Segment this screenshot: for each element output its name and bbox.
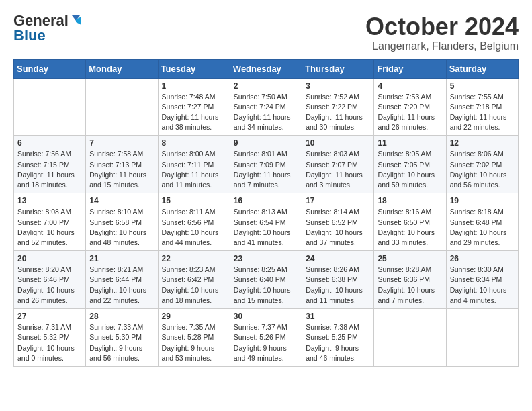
calendar-cell: 13Sunrise: 8:08 AM Sunset: 7:00 PM Dayli… (14, 193, 86, 251)
cell-content: Sunrise: 8:30 AM Sunset: 6:34 PM Dayligh… (450, 265, 515, 306)
location-text: Langemark, Flanders, Belgium (365, 40, 519, 52)
calendar-cell: 28Sunrise: 7:33 AM Sunset: 5:30 PM Dayli… (86, 309, 158, 367)
day-number: 31 (306, 312, 370, 321)
day-number: 29 (162, 312, 226, 321)
day-number: 19 (450, 196, 515, 205)
day-number: 10 (306, 138, 370, 148)
cell-content: Sunrise: 8:20 AM Sunset: 6:46 PM Dayligh… (17, 265, 82, 306)
calendar-cell: 9Sunrise: 8:01 AM Sunset: 7:09 PM Daylig… (230, 136, 302, 193)
cell-content: Sunrise: 8:23 AM Sunset: 6:42 PM Dayligh… (162, 265, 226, 306)
calendar-cell: 20Sunrise: 8:20 AM Sunset: 6:46 PM Dayli… (14, 251, 86, 309)
day-number: 1 (162, 81, 226, 91)
page-header: General Blue October 2024 Langemark, Fla… (13, 13, 519, 52)
calendar-cell: 24Sunrise: 8:26 AM Sunset: 6:38 PM Dayli… (302, 251, 374, 309)
calendar-cell: 31Sunrise: 7:38 AM Sunset: 5:25 PM Dayli… (302, 309, 374, 367)
day-number: 4 (378, 81, 442, 91)
cell-content: Sunrise: 7:48 AM Sunset: 7:27 PM Dayligh… (162, 92, 226, 133)
cell-content: Sunrise: 7:50 AM Sunset: 7:24 PM Dayligh… (234, 92, 298, 133)
cell-content: Sunrise: 7:38 AM Sunset: 5:25 PM Dayligh… (306, 322, 370, 363)
calendar-cell: 1Sunrise: 7:48 AM Sunset: 7:27 PM Daylig… (158, 78, 230, 136)
calendar-cell (86, 78, 158, 136)
cell-content: Sunrise: 7:37 AM Sunset: 5:26 PM Dayligh… (234, 322, 298, 363)
header-row: SundayMondayTuesdayWednesdayThursdayFrid… (14, 59, 519, 78)
calendar-header: SundayMondayTuesdayWednesdayThursdayFrid… (14, 59, 519, 78)
calendar-week-row: 6Sunrise: 7:56 AM Sunset: 7:15 PM Daylig… (14, 136, 519, 193)
day-number: 6 (17, 138, 82, 148)
day-number: 15 (162, 196, 226, 205)
calendar-cell: 3Sunrise: 7:52 AM Sunset: 7:22 PM Daylig… (302, 78, 374, 136)
day-number: 5 (450, 81, 515, 91)
calendar-cell: 22Sunrise: 8:23 AM Sunset: 6:42 PM Dayli… (158, 251, 230, 309)
calendar-cell (374, 309, 446, 367)
day-number: 21 (89, 254, 154, 263)
calendar-week-row: 13Sunrise: 8:08 AM Sunset: 7:00 PM Dayli… (14, 193, 519, 251)
calendar-cell: 14Sunrise: 8:10 AM Sunset: 6:58 PM Dayli… (86, 193, 158, 251)
calendar-cell: 21Sunrise: 8:21 AM Sunset: 6:44 PM Dayli… (86, 251, 158, 309)
cell-content: Sunrise: 8:03 AM Sunset: 7:07 PM Dayligh… (306, 149, 370, 190)
header-cell-sunday: Sunday (14, 59, 86, 78)
calendar-table: SundayMondayTuesdayWednesdayThursdayFrid… (13, 59, 519, 367)
logo-blue-text: Blue (13, 28, 46, 43)
calendar-cell: 8Sunrise: 8:00 AM Sunset: 7:11 PM Daylig… (158, 136, 230, 193)
calendar-body: 1Sunrise: 7:48 AM Sunset: 7:27 PM Daylig… (14, 78, 519, 366)
day-number: 14 (89, 196, 154, 205)
calendar-cell (14, 78, 86, 136)
calendar-cell: 23Sunrise: 8:25 AM Sunset: 6:40 PM Dayli… (230, 251, 302, 309)
calendar-cell: 4Sunrise: 7:53 AM Sunset: 7:20 PM Daylig… (374, 78, 446, 136)
calendar-cell: 10Sunrise: 8:03 AM Sunset: 7:07 PM Dayli… (302, 136, 374, 193)
cell-content: Sunrise: 8:25 AM Sunset: 6:40 PM Dayligh… (234, 265, 298, 306)
cell-content: Sunrise: 7:53 AM Sunset: 7:20 PM Dayligh… (378, 92, 442, 133)
cell-content: Sunrise: 7:31 AM Sunset: 5:32 PM Dayligh… (17, 322, 82, 363)
day-number: 8 (162, 138, 226, 148)
cell-content: Sunrise: 8:10 AM Sunset: 6:58 PM Dayligh… (89, 207, 154, 248)
header-cell-wednesday: Wednesday (230, 59, 302, 78)
header-cell-tuesday: Tuesday (158, 59, 230, 78)
header-cell-thursday: Thursday (302, 59, 374, 78)
calendar-cell: 2Sunrise: 7:50 AM Sunset: 7:24 PM Daylig… (230, 78, 302, 136)
day-number: 13 (17, 196, 82, 205)
calendar-week-row: 20Sunrise: 8:20 AM Sunset: 6:46 PM Dayli… (14, 251, 519, 309)
cell-content: Sunrise: 7:58 AM Sunset: 7:13 PM Dayligh… (89, 149, 154, 190)
cell-content: Sunrise: 8:21 AM Sunset: 6:44 PM Dayligh… (89, 265, 154, 306)
cell-content: Sunrise: 8:26 AM Sunset: 6:38 PM Dayligh… (306, 265, 370, 306)
day-number: 22 (162, 254, 226, 263)
cell-content: Sunrise: 8:08 AM Sunset: 7:00 PM Dayligh… (17, 207, 82, 248)
calendar-cell: 27Sunrise: 7:31 AM Sunset: 5:32 PM Dayli… (14, 309, 86, 367)
header-cell-friday: Friday (374, 59, 446, 78)
calendar-cell: 6Sunrise: 7:56 AM Sunset: 7:15 PM Daylig… (14, 136, 86, 193)
logo: General Blue (13, 13, 82, 43)
calendar-cell: 29Sunrise: 7:35 AM Sunset: 5:28 PM Dayli… (158, 309, 230, 367)
cell-content: Sunrise: 8:16 AM Sunset: 6:50 PM Dayligh… (378, 207, 442, 248)
calendar-cell (446, 309, 518, 367)
calendar-cell: 19Sunrise: 8:18 AM Sunset: 6:48 PM Dayli… (446, 193, 518, 251)
logo-general-text: General (13, 13, 69, 28)
day-number: 17 (306, 196, 370, 205)
cell-content: Sunrise: 8:18 AM Sunset: 6:48 PM Dayligh… (450, 207, 515, 248)
cell-content: Sunrise: 8:06 AM Sunset: 7:02 PM Dayligh… (450, 149, 515, 190)
day-number: 2 (234, 81, 298, 91)
day-number: 30 (234, 312, 298, 321)
calendar-cell: 30Sunrise: 7:37 AM Sunset: 5:26 PM Dayli… (230, 309, 302, 367)
day-number: 23 (234, 254, 298, 263)
cell-content: Sunrise: 7:35 AM Sunset: 5:28 PM Dayligh… (162, 322, 226, 363)
calendar-cell: 5Sunrise: 7:55 AM Sunset: 7:18 PM Daylig… (446, 78, 518, 136)
day-number: 11 (378, 138, 442, 148)
calendar-cell: 18Sunrise: 8:16 AM Sunset: 6:50 PM Dayli… (374, 193, 446, 251)
calendar-cell: 25Sunrise: 8:28 AM Sunset: 6:36 PM Dayli… (374, 251, 446, 309)
day-number: 24 (306, 254, 370, 263)
cell-content: Sunrise: 7:55 AM Sunset: 7:18 PM Dayligh… (450, 92, 515, 133)
calendar-cell: 7Sunrise: 7:58 AM Sunset: 7:13 PM Daylig… (86, 136, 158, 193)
day-number: 27 (17, 312, 82, 321)
cell-content: Sunrise: 8:13 AM Sunset: 6:54 PM Dayligh… (234, 207, 298, 248)
day-number: 9 (234, 138, 298, 148)
cell-content: Sunrise: 7:52 AM Sunset: 7:22 PM Dayligh… (306, 92, 370, 133)
day-number: 20 (17, 254, 82, 263)
day-number: 16 (234, 196, 298, 205)
cell-content: Sunrise: 7:33 AM Sunset: 5:30 PM Dayligh… (89, 322, 154, 363)
calendar-cell: 17Sunrise: 8:14 AM Sunset: 6:52 PM Dayli… (302, 193, 374, 251)
cell-content: Sunrise: 8:05 AM Sunset: 7:05 PM Dayligh… (378, 149, 442, 190)
cell-content: Sunrise: 8:01 AM Sunset: 7:09 PM Dayligh… (234, 149, 298, 190)
cell-content: Sunrise: 8:11 AM Sunset: 6:56 PM Dayligh… (162, 207, 226, 248)
logo-flag-icon (70, 14, 82, 26)
day-number: 25 (378, 254, 442, 263)
